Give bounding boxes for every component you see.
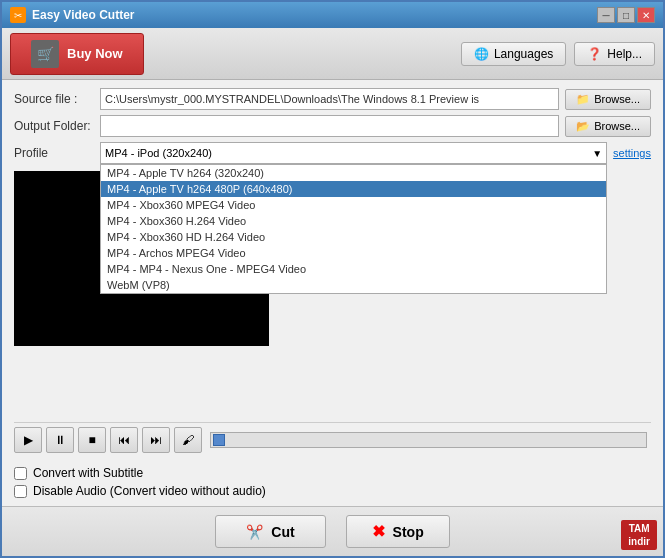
buy-icon: 🛒 (31, 40, 59, 68)
languages-icon: 🌐 (474, 47, 489, 61)
help-button[interactable]: ❓ Help... (574, 42, 655, 66)
stop-icon: ■ (88, 433, 95, 447)
toolbar-right: 🌐 Languages ❓ Help... (461, 42, 655, 66)
prev-icon: ⏮ (118, 433, 130, 447)
maximize-button[interactable]: □ (617, 7, 635, 23)
transport-bar: ▶ ⏸ ■ ⏮ ⏭ 🖌 (14, 422, 651, 457)
title-bar-left: ✂ Easy Video Cutter (10, 7, 134, 23)
buy-now-label: Buy Now (67, 46, 123, 61)
subtitle-label: Convert with Subtitle (33, 466, 143, 480)
folder-green-icon: 📂 (576, 120, 590, 133)
disable-audio-row: Disable Audio (Convert video without aud… (14, 484, 651, 498)
pause-icon: ⏸ (54, 433, 66, 447)
output-row: Output Folder: 📂 Browse... (14, 115, 651, 137)
disable-audio-label: Disable Audio (Convert video without aud… (33, 484, 266, 498)
watermark: TAMindir (621, 520, 657, 550)
source-browse-label: Browse... (594, 93, 640, 105)
toolbar: 🛒 Buy Now 🌐 Languages ❓ Help... (2, 28, 663, 80)
title-bar: ✂ Easy Video Cutter ─ □ ✕ (2, 2, 663, 28)
window-title: Easy Video Cutter (32, 8, 134, 22)
cut-icon: ✂️ (246, 524, 263, 540)
profile-row: Profile MP4 - iPod (320x240) ▼ MP4 - App… (14, 142, 651, 164)
help-label: Help... (607, 47, 642, 61)
app-icon: ✂ (10, 7, 26, 23)
prev-button[interactable]: ⏮ (110, 427, 138, 453)
stop-x-icon: ✖ (372, 522, 385, 541)
source-row: Source file : 📁 Browse... (14, 88, 651, 110)
languages-button[interactable]: 🌐 Languages (461, 42, 566, 66)
play-button[interactable]: ▶ (14, 427, 42, 453)
profile-option-7[interactable]: WebM (VP8) (101, 277, 606, 293)
folder-open-icon: 📁 (576, 93, 590, 106)
output-browse-label: Browse... (594, 120, 640, 132)
minimize-button[interactable]: ─ (597, 7, 615, 23)
seek-bar-thumb (213, 434, 225, 446)
profile-selected-text: MP4 - iPod (320x240) (105, 147, 212, 159)
close-button[interactable]: ✕ (637, 7, 655, 23)
buy-now-button[interactable]: 🛒 Buy Now (10, 33, 144, 75)
clear-icon: 🖌 (182, 433, 194, 447)
stop-label: Stop (393, 524, 424, 540)
source-browse-button[interactable]: 📁 Browse... (565, 89, 651, 110)
output-label: Output Folder: (14, 119, 94, 133)
profile-option-4[interactable]: MP4 - Xbox360 HD H.264 Video (101, 229, 606, 245)
subtitle-checkbox[interactable] (14, 467, 27, 480)
output-input[interactable] (100, 115, 559, 137)
next-icon: ⏭ (150, 433, 162, 447)
pause-button[interactable]: ⏸ (46, 427, 74, 453)
profile-dropdown: MP4 - Apple TV h264 (320x240) MP4 - Appl… (100, 164, 607, 294)
help-icon: ❓ (587, 47, 602, 61)
content-area: Source file : 📁 Browse... Output Folder:… (2, 80, 663, 506)
profile-option-1[interactable]: MP4 - Apple TV h264 480P (640x480) (101, 181, 606, 197)
seek-bar[interactable] (210, 432, 647, 448)
disable-audio-checkbox[interactable] (14, 485, 27, 498)
profile-label: Profile (14, 146, 94, 160)
profile-select-container: MP4 - iPod (320x240) ▼ MP4 - Apple TV h2… (100, 142, 607, 164)
stop-transport-button[interactable]: ■ (78, 427, 106, 453)
action-bar: ✂️ Cut ✖ Stop (2, 506, 663, 556)
output-browse-button[interactable]: 📂 Browse... (565, 116, 651, 137)
play-icon: ▶ (24, 433, 33, 447)
main-window: ✂ Easy Video Cutter ─ □ ✕ 🛒 Buy Now 🌐 La… (0, 0, 665, 558)
cut-button[interactable]: ✂️ Cut (215, 515, 325, 548)
clear-button[interactable]: 🖌 (174, 427, 202, 453)
profile-option-6[interactable]: MP4 - MP4 - Nexus One - MPEG4 Video (101, 261, 606, 277)
window-controls: ─ □ ✕ (597, 7, 655, 23)
cut-label: Cut (271, 524, 294, 540)
profile-select[interactable]: MP4 - iPod (320x240) ▼ (100, 142, 607, 164)
profile-option-5[interactable]: MP4 - Archos MPEG4 Video (101, 245, 606, 261)
source-input[interactable] (100, 88, 559, 110)
settings-link[interactable]: settings (613, 147, 651, 159)
subtitle-row: Convert with Subtitle (14, 466, 651, 480)
source-label: Source file : (14, 92, 94, 106)
profile-option-3[interactable]: MP4 - Xbox360 H.264 Video (101, 213, 606, 229)
profile-option-2[interactable]: MP4 - Xbox360 MPEG4 Video (101, 197, 606, 213)
languages-label: Languages (494, 47, 553, 61)
bottom-options: Convert with Subtitle Disable Audio (Con… (14, 466, 651, 498)
next-button[interactable]: ⏭ (142, 427, 170, 453)
stop-button[interactable]: ✖ Stop (346, 515, 450, 548)
chevron-down-icon: ▼ (592, 148, 602, 159)
profile-option-0[interactable]: MP4 - Apple TV h264 (320x240) (101, 165, 606, 181)
